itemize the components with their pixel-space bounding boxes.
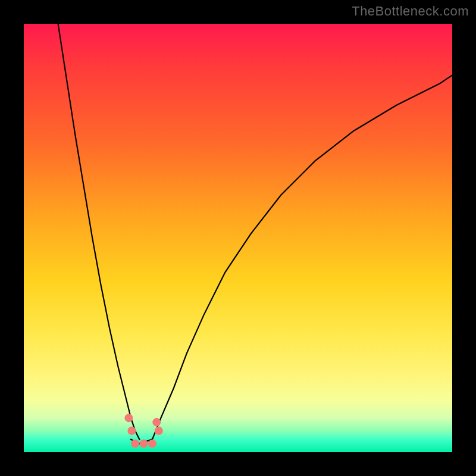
marker-3 xyxy=(155,427,163,435)
marker-5 xyxy=(140,440,148,448)
series-right-curve xyxy=(152,75,452,439)
marker-4 xyxy=(131,440,139,448)
curve-layer xyxy=(24,24,452,452)
series-left-curve xyxy=(58,24,140,439)
plot-area xyxy=(24,24,452,452)
marker-group xyxy=(124,414,162,447)
watermark-text: TheBottleneck.com xyxy=(352,4,469,19)
curve-group xyxy=(58,24,452,444)
marker-2 xyxy=(152,418,161,427)
marker-0 xyxy=(124,414,133,422)
marker-6 xyxy=(148,440,156,448)
chart-frame: TheBottleneck.com xyxy=(0,0,476,476)
marker-1 xyxy=(127,427,136,435)
